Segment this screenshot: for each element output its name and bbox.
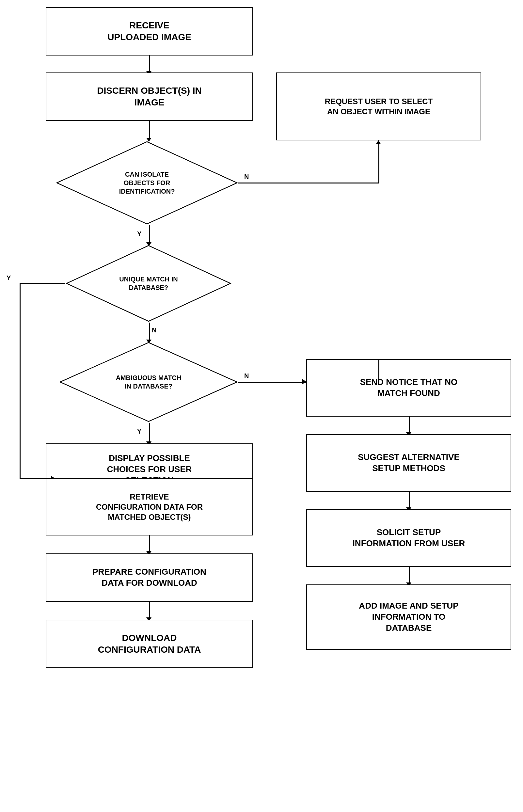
add-image-label: ADD IMAGE AND SETUP INFORMATION TO DATAB… <box>359 600 458 633</box>
download-config-label: DOWNLOAD CONFIGURATION DATA <box>98 632 201 656</box>
arrow-unique-y-h <box>20 283 65 284</box>
arrowhead-ambiguous-n <box>302 379 306 384</box>
label-isolate-y: Y <box>137 230 141 238</box>
diamond-can-isolate: CAN ISOLATE OBJECTS FOR IDENTIFICATION? <box>55 140 238 225</box>
solicit-setup-label: SOLICIT SETUP INFORMATION FROM USER <box>353 527 465 549</box>
arrow-receive-to-discern <box>149 55 150 73</box>
arrow-isolate-y <box>149 225 150 245</box>
label-isolate-n: N <box>244 173 249 181</box>
arrow-ambiguous-y <box>149 423 150 444</box>
arrow-retrieve-to-prepare <box>149 536 150 554</box>
box-add-image: ADD IMAGE AND SETUP INFORMATION TO DATAB… <box>306 584 511 650</box>
box-suggest-alternative: SUGGEST ALTERNATIVE SETUP METHODS <box>306 434 511 492</box>
arrow-isolate-n-v <box>378 140 379 183</box>
box-request-user-select: REQUEST USER TO SELECT AN OBJECT WITHIN … <box>276 72 481 140</box>
label-ambiguous-n: N <box>244 372 249 380</box>
send-notice-label: SEND NOTICE THAT NO MATCH FOUND <box>360 377 458 399</box>
box-prepare-config: PREPARE CONFIGURATION DATA FOR DOWNLOAD <box>46 554 253 602</box>
discern-objects-label: DISCERN OBJECT(S) IN IMAGE <box>97 85 201 109</box>
unique-match-label: UNIQUE MATCH IN DATABASE? <box>119 275 178 292</box>
box-receive-uploaded-image: RECEIVE UPLOADED IMAGE <box>46 7 253 55</box>
ambiguous-match-label: AMBIGUOUS MATCH IN DATABASE? <box>116 374 181 391</box>
arrow-prepare-to-download <box>149 602 150 620</box>
arrow-isolate-n-h <box>238 182 276 183</box>
retrieve-config-label: RETRIEVE CONFIGURATION DATA FOR MATCHED … <box>96 492 203 522</box>
arrow-notice-to-suggest <box>409 417 410 435</box>
arrow-isolate-n-h2 <box>276 182 379 183</box>
box-retrieve-config: RETRIEVE CONFIGURATION DATA FOR MATCHED … <box>46 478 253 536</box>
box-send-notice: SEND NOTICE THAT NO MATCH FOUND <box>306 359 511 417</box>
box-discern-objects: DISCERN OBJECT(S) IN IMAGE <box>46 72 253 121</box>
flowchart: RECEIVE UPLOADED IMAGE DISCERN OBJECT(S)… <box>0 0 523 812</box>
label-unique-y: Y <box>6 274 11 282</box>
arrow-discern-to-isolate <box>149 121 150 140</box>
arrow-ambiguous-n-v <box>378 359 379 382</box>
can-isolate-label: CAN ISOLATE OBJECTS FOR IDENTIFICATION? <box>119 170 175 196</box>
receive-uploaded-image-label: RECEIVE UPLOADED IMAGE <box>107 20 191 43</box>
label-unique-n: N <box>152 326 156 334</box>
arrowhead-isolate-n <box>376 140 381 144</box>
diamond-unique-match: UNIQUE MATCH IN DATABASE? <box>65 244 232 323</box>
label-ambiguous-y: Y <box>137 428 141 435</box>
prepare-config-label: PREPARE CONFIGURATION DATA FOR DOWNLOAD <box>92 566 206 589</box>
arrow-solicit-to-add <box>409 567 410 585</box>
request-user-select-label: REQUEST USER TO SELECT AN OBJECT WITHIN … <box>325 96 433 116</box>
arrow-ambiguous-n-h <box>238 382 306 383</box>
box-download-config: DOWNLOAD CONFIGURATION DATA <box>46 620 253 668</box>
suggest-alternative-label: SUGGEST ALTERNATIVE SETUP METHODS <box>358 452 460 474</box>
box-solicit-setup: SOLICIT SETUP INFORMATION FROM USER <box>306 509 511 567</box>
arrow-unique-n <box>149 323 150 342</box>
arrow-suggest-to-solicit <box>409 492 410 510</box>
diamond-ambiguous-match: AMBIGUOUS MATCH IN DATABASE? <box>59 341 238 423</box>
arrow-unique-y-v <box>20 283 21 479</box>
